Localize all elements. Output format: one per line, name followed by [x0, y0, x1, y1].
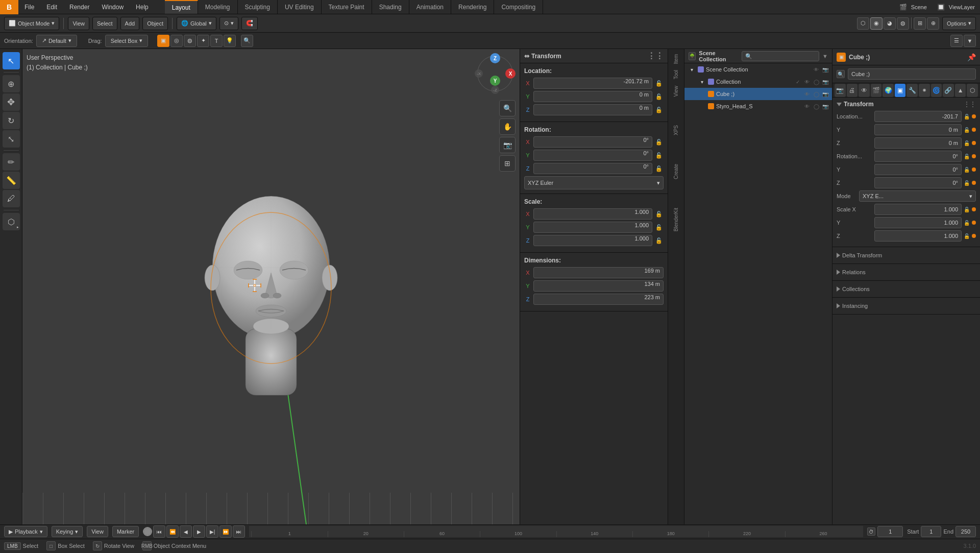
- rotation-y-lock[interactable]: 🔓: [654, 151, 664, 160]
- viewport-select-btn[interactable]: ☰: [950, 35, 963, 47]
- viewport-gizmo[interactable]: Z X Y -X -Z: [475, 53, 516, 94]
- drag-selector[interactable]: Select Box ▾: [105, 35, 149, 47]
- scale-tool-btn[interactable]: ⤡: [3, 130, 20, 148]
- filter-surface-btn[interactable]: ◍: [184, 35, 196, 47]
- props-output-icon-btn[interactable]: 🖨: [847, 84, 858, 97]
- menu-file[interactable]: File: [18, 0, 40, 14]
- scale-y-lock[interactable]: 🔓: [654, 223, 664, 232]
- playback-menu-btn[interactable]: ▶ Playback ▾: [4, 526, 47, 537]
- view-mode-selector[interactable]: ⬜ Object Mode ▾: [4, 17, 59, 30]
- cursor-tool-btn[interactable]: ⊕: [3, 75, 20, 92]
- collection-check-btn[interactable]: ✓: [794, 79, 801, 85]
- rp-rotation-y-val[interactable]: 0°: [874, 164, 962, 175]
- material-shade-btn[interactable]: ◕: [884, 17, 896, 30]
- rp-rotation-z-lock[interactable]: 🔓: [964, 180, 970, 186]
- viewlayer-label[interactable]: ViewLayer: [949, 4, 975, 10]
- rp-location-x-lock[interactable]: 🔓: [964, 114, 970, 119]
- next-keyframe-btn[interactable]: ⏩: [219, 525, 232, 538]
- outliner-scene-collection-row[interactable]: ▾ Scene Collection 👁 📷: [684, 63, 832, 76]
- ws-layout[interactable]: Layout: [165, 0, 198, 14]
- rp-transform-header[interactable]: Transform ⋮⋮: [837, 101, 976, 108]
- object-search-btn[interactable]: 🔍: [837, 70, 845, 78]
- rotation-y-input[interactable]: 0°: [533, 150, 652, 161]
- ws-modeling[interactable]: Modeling: [198, 0, 238, 14]
- rp-scale-x-lock[interactable]: 🔓: [964, 207, 970, 212]
- scene-label[interactable]: Scene: [911, 4, 927, 10]
- props-world-icon-btn[interactable]: 🌍: [883, 84, 894, 97]
- props-view-icon-btn[interactable]: 👁: [859, 84, 870, 97]
- rp-location-x-val[interactable]: -201.7: [874, 111, 962, 122]
- grid-btn[interactable]: ⊞: [499, 155, 516, 172]
- menu-help[interactable]: Help: [130, 0, 155, 14]
- step-fwd-btn[interactable]: ▶|: [206, 525, 218, 538]
- options-btn[interactable]: Options ▾: [942, 17, 976, 30]
- rp-scale-y-lock[interactable]: 🔓: [964, 220, 970, 226]
- timeline-ruler[interactable]: 1 20 60 100 140 180 220 260: [249, 526, 863, 537]
- camera-btn[interactable]: 📷: [499, 137, 516, 153]
- wireframe-shade-btn[interactable]: ⬡: [857, 17, 869, 30]
- rp-location-z-lock[interactable]: 🔓: [964, 140, 970, 146]
- props-scene-icon-btn[interactable]: 🎬: [871, 84, 882, 97]
- instancing-header[interactable]: Instancing: [837, 300, 976, 312]
- scale-z-lock[interactable]: 🔓: [654, 236, 664, 245]
- scale-x-lock[interactable]: 🔓: [654, 209, 664, 219]
- clock-icon[interactable]: ⏱: [867, 527, 875, 536]
- zoom-btn[interactable]: 🔍: [499, 100, 516, 116]
- props-particles-icon-btn[interactable]: ⁕: [919, 84, 930, 97]
- ws-rendering[interactable]: Rendering: [451, 0, 494, 14]
- gizmo-x-axis[interactable]: X: [505, 68, 516, 79]
- location-x-lock[interactable]: 🔓: [654, 79, 664, 88]
- rp-transform-dots[interactable]: ⋮⋮: [964, 101, 976, 108]
- pan-btn[interactable]: ✋: [499, 118, 516, 135]
- scale-y-input[interactable]: 1.000: [533, 222, 652, 233]
- select-menu[interactable]: Select: [92, 17, 117, 30]
- scale-z-input[interactable]: 1.000: [533, 235, 652, 246]
- rotation-x-lock[interactable]: 🔓: [654, 137, 664, 147]
- jump-end-btn[interactable]: ⏭: [233, 525, 245, 538]
- rp-scale-z-lock[interactable]: 🔓: [964, 233, 970, 239]
- record-select-btn[interactable]: [143, 527, 152, 536]
- rotation-z-input[interactable]: 0°: [533, 163, 652, 174]
- ws-shading[interactable]: Shading: [372, 0, 409, 14]
- gizmo-neg-z-axis[interactable]: -Z: [491, 86, 499, 94]
- scene-collection-render-btn[interactable]: 📷: [822, 67, 829, 73]
- props-object-icon-btn[interactable]: ▣: [895, 84, 906, 97]
- dim-y-input[interactable]: 134 m: [533, 280, 664, 292]
- viewport-3d[interactable]: User Perspective (1) Collection | Cube ;…: [22, 49, 520, 524]
- rendered-shade-btn[interactable]: ◍: [897, 17, 909, 30]
- filter-meta-btn[interactable]: ✦: [197, 35, 209, 47]
- head-mesh-object[interactable]: [194, 186, 348, 411]
- measure-tool-btn[interactable]: 📏: [3, 172, 20, 189]
- overlay-btn[interactable]: ⊞: [914, 17, 926, 30]
- props-constraints-icon-btn[interactable]: 🔗: [943, 84, 954, 97]
- ws-sculpting[interactable]: Sculpting: [238, 0, 278, 14]
- snap-btn[interactable]: 🧲: [241, 17, 258, 30]
- menu-render[interactable]: Render: [63, 0, 95, 14]
- styro-eye-btn[interactable]: 👁: [803, 104, 811, 109]
- gizmo-btn[interactable]: ⊕: [927, 17, 939, 30]
- collection-render-btn[interactable]: 📷: [822, 79, 829, 85]
- annotate-tool-btn[interactable]: ✏: [3, 153, 20, 171]
- start-frame-input[interactable]: [921, 526, 941, 537]
- collection-hide-btn[interactable]: ◯: [813, 79, 820, 85]
- object-menu[interactable]: Object: [142, 17, 168, 30]
- ws-animation[interactable]: Animation: [409, 0, 451, 14]
- search-filter-btn[interactable]: 🔍: [241, 35, 253, 47]
- object-name-input[interactable]: Cube ;): [848, 68, 976, 80]
- styro-restrict-btn[interactable]: ◯: [813, 104, 820, 109]
- add-menu[interactable]: Add: [120, 17, 140, 30]
- cube-render-btn[interactable]: 📷: [822, 91, 829, 97]
- outliner-styro-row[interactable]: Styro_Head_S 👁 ◯ 📷: [684, 100, 832, 112]
- ws-compositing[interactable]: Compositing: [494, 0, 543, 14]
- scene-collection-collapse-icon[interactable]: ▾: [688, 65, 696, 74]
- pivot-selector[interactable]: ⊙ ▾: [219, 17, 238, 30]
- play-pause-btn[interactable]: ▶: [193, 525, 205, 538]
- outliner-search-input[interactable]: [742, 51, 819, 61]
- end-frame-input[interactable]: [955, 526, 976, 537]
- blender-logo[interactable]: B: [0, 0, 18, 14]
- rp-scale-x-val[interactable]: 1.000: [874, 204, 962, 215]
- outliner-collection-row[interactable]: ▾ Collection ✓ 👁 ◯ 📷: [684, 76, 832, 88]
- rp-location-y-lock[interactable]: 🔓: [964, 127, 970, 133]
- dim-x-input[interactable]: 169 m: [533, 267, 664, 278]
- props-pin-btn[interactable]: 📌: [967, 53, 976, 61]
